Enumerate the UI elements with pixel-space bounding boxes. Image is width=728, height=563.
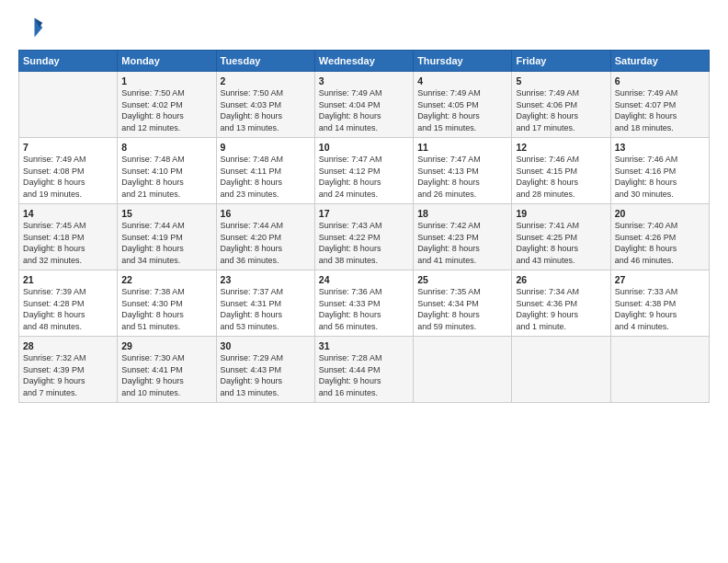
day-number: 6 [615,75,705,86]
calendar-cell: 4Sunrise: 7:49 AMSunset: 4:05 PMDaylight… [414,72,512,138]
calendar-cell [512,337,610,403]
day-number: 24 [319,274,409,285]
calendar-page: SundayMondayTuesdayWednesdayThursdayFrid… [0,0,728,563]
calendar-cell: 16Sunrise: 7:44 AMSunset: 4:20 PMDayligh… [216,204,314,270]
calendar-cell: 9Sunrise: 7:48 AMSunset: 4:11 PMDaylight… [216,138,314,204]
day-info: Sunrise: 7:47 AMSunset: 4:12 PMDaylight:… [319,154,409,200]
calendar-cell: 18Sunrise: 7:42 AMSunset: 4:23 PMDayligh… [414,204,512,270]
day-info: Sunrise: 7:49 AMSunset: 4:04 PMDaylight:… [319,87,409,133]
day-info: Sunrise: 7:49 AMSunset: 4:08 PMDaylight:… [23,154,113,200]
day-info: Sunrise: 7:50 AMSunset: 4:03 PMDaylight:… [221,87,311,133]
day-info: Sunrise: 7:43 AMSunset: 4:22 PMDaylight:… [319,220,409,266]
calendar-cell: 20Sunrise: 7:40 AMSunset: 4:26 PMDayligh… [610,204,709,270]
logo [18,15,48,40]
day-info: Sunrise: 7:34 AMSunset: 4:36 PMDaylight:… [516,286,606,332]
calendar-cell [610,337,709,403]
calendar-cell: 28Sunrise: 7:32 AMSunset: 4:39 PMDayligh… [19,337,118,403]
weekday-header-cell: Monday [118,51,216,72]
day-number: 9 [221,142,311,153]
day-info: Sunrise: 7:28 AMSunset: 4:44 PMDaylight:… [319,352,409,398]
day-info: Sunrise: 7:46 AMSunset: 4:16 PMDaylight:… [615,154,705,200]
day-number: 27 [615,274,705,285]
day-number: 7 [23,142,113,153]
calendar-week-row: 28Sunrise: 7:32 AMSunset: 4:39 PMDayligh… [19,337,710,403]
calendar-cell: 14Sunrise: 7:45 AMSunset: 4:18 PMDayligh… [19,204,118,270]
calendar-cell: 24Sunrise: 7:36 AMSunset: 4:33 PMDayligh… [314,270,413,337]
day-number: 23 [221,274,311,285]
calendar-cell: 23Sunrise: 7:37 AMSunset: 4:31 PMDayligh… [216,270,314,337]
day-info: Sunrise: 7:38 AMSunset: 4:30 PMDaylight:… [121,286,211,332]
day-number: 25 [417,274,507,285]
day-number: 17 [319,208,409,219]
day-number: 19 [516,208,606,219]
day-number: 20 [615,208,705,219]
day-number: 21 [23,274,113,285]
day-info: Sunrise: 7:42 AMSunset: 4:23 PMDaylight:… [417,220,507,266]
day-number: 30 [221,340,311,351]
day-number: 28 [23,340,113,351]
calendar-week-row: 1Sunrise: 7:50 AMSunset: 4:02 PMDaylight… [19,72,710,138]
calendar-cell: 25Sunrise: 7:35 AMSunset: 4:34 PMDayligh… [414,270,512,337]
calendar-cell: 12Sunrise: 7:46 AMSunset: 4:15 PMDayligh… [512,138,610,204]
weekday-header-cell: Sunday [19,51,118,72]
day-info: Sunrise: 7:41 AMSunset: 4:25 PMDaylight:… [516,220,606,266]
day-number: 18 [417,208,507,219]
weekday-header-cell: Friday [512,51,610,72]
calendar-header: SundayMondayTuesdayWednesdayThursdayFrid… [19,51,710,72]
page-header [18,15,710,40]
day-info: Sunrise: 7:46 AMSunset: 4:15 PMDaylight:… [516,154,606,200]
day-info: Sunrise: 7:35 AMSunset: 4:34 PMDaylight:… [417,286,507,332]
calendar-cell: 6Sunrise: 7:49 AMSunset: 4:07 PMDaylight… [610,72,709,138]
calendar-cell: 5Sunrise: 7:49 AMSunset: 4:06 PMDaylight… [512,72,610,138]
day-number: 5 [516,75,606,86]
day-info: Sunrise: 7:40 AMSunset: 4:26 PMDaylight:… [615,220,705,266]
day-number: 12 [516,142,606,153]
calendar-body: 1Sunrise: 7:50 AMSunset: 4:02 PMDaylight… [19,72,710,403]
calendar-cell: 2Sunrise: 7:50 AMSunset: 4:03 PMDaylight… [216,72,314,138]
calendar-cell [19,72,118,138]
day-number: 1 [121,75,211,86]
day-info: Sunrise: 7:29 AMSunset: 4:43 PMDaylight:… [221,352,311,398]
day-info: Sunrise: 7:32 AMSunset: 4:39 PMDaylight:… [23,352,113,398]
day-number: 10 [319,142,409,153]
day-info: Sunrise: 7:44 AMSunset: 4:19 PMDaylight:… [121,220,211,266]
day-number: 14 [23,208,113,219]
calendar-cell: 1Sunrise: 7:50 AMSunset: 4:02 PMDaylight… [118,72,216,138]
calendar-week-row: 21Sunrise: 7:39 AMSunset: 4:28 PMDayligh… [19,270,710,337]
calendar-cell: 8Sunrise: 7:48 AMSunset: 4:10 PMDaylight… [118,138,216,204]
day-number: 31 [319,340,409,351]
day-info: Sunrise: 7:47 AMSunset: 4:13 PMDaylight:… [417,154,507,200]
calendar-cell: 21Sunrise: 7:39 AMSunset: 4:28 PMDayligh… [19,270,118,337]
calendar-cell: 27Sunrise: 7:33 AMSunset: 4:38 PMDayligh… [610,270,709,337]
day-info: Sunrise: 7:49 AMSunset: 4:05 PMDaylight:… [417,87,507,133]
day-info: Sunrise: 7:39 AMSunset: 4:28 PMDaylight:… [23,286,113,332]
logo-icon [18,15,44,40]
calendar-cell: 31Sunrise: 7:28 AMSunset: 4:44 PMDayligh… [314,337,413,403]
day-info: Sunrise: 7:44 AMSunset: 4:20 PMDaylight:… [221,220,311,266]
weekday-header-row: SundayMondayTuesdayWednesdayThursdayFrid… [19,51,710,72]
day-number: 11 [417,142,507,153]
day-number: 13 [615,142,705,153]
calendar-table: SundayMondayTuesdayWednesdayThursdayFrid… [18,50,710,403]
day-info: Sunrise: 7:48 AMSunset: 4:11 PMDaylight:… [221,154,311,200]
weekday-header-cell: Tuesday [216,51,314,72]
weekday-header-cell: Wednesday [314,51,413,72]
day-info: Sunrise: 7:37 AMSunset: 4:31 PMDaylight:… [221,286,311,332]
day-number: 22 [121,274,211,285]
weekday-header-cell: Saturday [610,51,709,72]
calendar-cell: 10Sunrise: 7:47 AMSunset: 4:12 PMDayligh… [314,138,413,204]
day-number: 29 [121,340,211,351]
calendar-cell: 30Sunrise: 7:29 AMSunset: 4:43 PMDayligh… [216,337,314,403]
day-number: 2 [221,75,311,86]
day-number: 3 [319,75,409,86]
day-info: Sunrise: 7:48 AMSunset: 4:10 PMDaylight:… [121,154,211,200]
calendar-cell: 13Sunrise: 7:46 AMSunset: 4:16 PMDayligh… [610,138,709,204]
day-number: 4 [417,75,507,86]
calendar-cell [414,337,512,403]
calendar-cell: 7Sunrise: 7:49 AMSunset: 4:08 PMDaylight… [19,138,118,204]
calendar-cell: 15Sunrise: 7:44 AMSunset: 4:19 PMDayligh… [118,204,216,270]
day-number: 8 [121,142,211,153]
day-number: 15 [121,208,211,219]
calendar-cell: 11Sunrise: 7:47 AMSunset: 4:13 PMDayligh… [414,138,512,204]
weekday-header-cell: Thursday [414,51,512,72]
